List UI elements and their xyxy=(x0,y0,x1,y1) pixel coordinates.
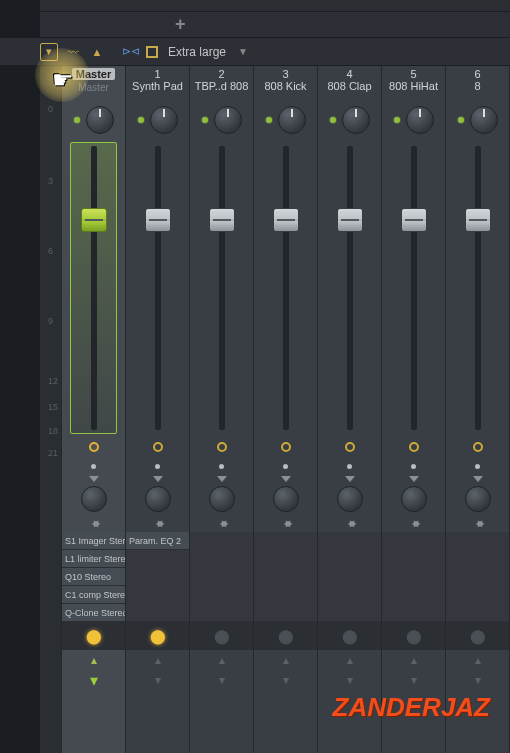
send-indicator-icon[interactable]: ⬤ xyxy=(342,628,358,644)
stereo-knob[interactable] xyxy=(145,486,171,512)
fx-enable-dot[interactable] xyxy=(475,464,480,469)
channel-808-clap[interactable]: 4808 Clap◂▸⬤▴▾ xyxy=(318,66,382,753)
channel-name[interactable]: 808 HiHat xyxy=(382,80,445,92)
send-indicator-icon[interactable]: ⬤ xyxy=(406,628,422,644)
channel-active-led[interactable] xyxy=(394,117,400,123)
fader-track[interactable] xyxy=(91,146,97,430)
route-up-icon[interactable]: ▴ xyxy=(283,653,289,667)
dock-icon[interactable]: ◂▸ xyxy=(284,516,288,530)
route-up-icon[interactable]: ▴ xyxy=(91,653,97,667)
solo-mute-button[interactable] xyxy=(153,442,163,452)
stereo-sep-icon[interactable] xyxy=(89,476,99,482)
stereo-knob[interactable] xyxy=(401,486,427,512)
fader-track[interactable] xyxy=(347,146,353,430)
dock-icon[interactable]: ◂▸ xyxy=(220,516,224,530)
dock-icon[interactable]: ◂▸ xyxy=(412,516,416,530)
solo-mute-button[interactable] xyxy=(217,442,227,452)
route-up-icon[interactable]: ▴ xyxy=(219,653,225,667)
stereo-sep-icon[interactable] xyxy=(281,476,291,482)
link-icon-button[interactable]: ⊳⊲ xyxy=(122,43,140,61)
fader-handle[interactable] xyxy=(401,208,427,232)
dock-icon[interactable]: ◂▸ xyxy=(156,516,160,530)
fx-slot[interactable]: L1 limiter Stereo xyxy=(62,550,125,568)
stereo-sep-icon[interactable] xyxy=(153,476,163,482)
route-up-icon[interactable]: ▴ xyxy=(411,653,417,667)
fader-handle[interactable] xyxy=(337,208,363,232)
channel-active-led[interactable] xyxy=(266,117,272,123)
fader-track[interactable] xyxy=(219,146,225,430)
solo-mute-button[interactable] xyxy=(89,442,99,452)
route-down-icon[interactable]: ▾ xyxy=(347,673,353,687)
channel-active-led[interactable] xyxy=(330,117,336,123)
fx-slot-empty[interactable] xyxy=(446,532,509,622)
route-down-icon[interactable]: ▾ xyxy=(90,671,98,690)
channel-name[interactable]: 808 Kick xyxy=(254,80,317,92)
route-down-icon[interactable]: ▾ xyxy=(475,673,481,687)
channel-808-hihat[interactable]: 5808 HiHat◂▸⬤▴▾ xyxy=(382,66,446,753)
fader-handle[interactable] xyxy=(145,208,171,232)
channel-synth-pad[interactable]: 1Synth Pad◂▸Param. EQ 2⬤▴▾ xyxy=(126,66,190,753)
channel-808-kick[interactable]: 3808 Kick◂▸⬤▴▾ xyxy=(254,66,318,753)
stereo-knob[interactable] xyxy=(465,486,491,512)
pan-knob[interactable] xyxy=(470,106,498,134)
view-mode-button[interactable] xyxy=(146,46,158,58)
pan-knob[interactable] xyxy=(406,106,434,134)
route-up-icon[interactable]: ▴ xyxy=(475,653,481,667)
up-icon-button[interactable]: ▲ xyxy=(88,43,106,61)
stereo-knob[interactable] xyxy=(209,486,235,512)
stereo-sep-icon[interactable] xyxy=(217,476,227,482)
fader-handle[interactable] xyxy=(81,208,107,232)
fader-handle[interactable] xyxy=(465,208,491,232)
send-indicator-icon[interactable]: ⬤ xyxy=(86,628,102,644)
send-indicator-icon[interactable]: ⬤ xyxy=(278,628,294,644)
fx-slot-empty[interactable] xyxy=(126,550,189,622)
route-down-icon[interactable]: ▾ xyxy=(283,673,289,687)
route-down-icon[interactable]: ▾ xyxy=(155,673,161,687)
fx-slot-empty[interactable] xyxy=(382,532,445,622)
channel-active-led[interactable] xyxy=(458,117,464,123)
fader-track[interactable] xyxy=(283,146,289,430)
fader-track[interactable] xyxy=(411,146,417,430)
fx-slot[interactable]: C1 comp Stereo xyxy=(62,586,125,604)
solo-mute-button[interactable] xyxy=(281,442,291,452)
fader-track[interactable] xyxy=(155,146,161,430)
fx-enable-dot[interactable] xyxy=(283,464,288,469)
fx-enable-dot[interactable] xyxy=(347,464,352,469)
fader-handle[interactable] xyxy=(273,208,299,232)
fader-handle[interactable] xyxy=(209,208,235,232)
stereo-knob[interactable] xyxy=(273,486,299,512)
stereo-knob[interactable] xyxy=(81,486,107,512)
fx-slot-empty[interactable] xyxy=(190,532,253,622)
send-indicator-icon[interactable]: ⬤ xyxy=(214,628,230,644)
channel-8[interactable]: 68◂▸⬤▴▾ xyxy=(446,66,510,753)
dock-icon[interactable]: ◂▸ xyxy=(348,516,352,530)
dock-icon[interactable]: ◂▸ xyxy=(92,516,96,530)
fx-slot-empty[interactable] xyxy=(318,532,381,622)
fx-enable-dot[interactable] xyxy=(91,464,96,469)
route-down-icon[interactable]: ▾ xyxy=(411,673,417,687)
fader-track[interactable] xyxy=(475,146,481,430)
fx-enable-dot[interactable] xyxy=(219,464,224,469)
pan-knob[interactable] xyxy=(86,106,114,134)
channel-active-led[interactable] xyxy=(74,117,80,123)
channel-name[interactable]: Synth Pad xyxy=(126,80,189,92)
channel-master[interactable]: MasterMaster◂▸S1 Imager StereoL1 limiter… xyxy=(62,66,126,753)
send-indicator-icon[interactable]: ⬤ xyxy=(470,628,486,644)
fx-slot[interactable]: S1 Imager Stereo xyxy=(62,532,125,550)
fx-slot[interactable]: Param. EQ 2 xyxy=(126,532,189,550)
send-indicator-icon[interactable]: ⬤ xyxy=(150,628,166,644)
stereo-sep-icon[interactable] xyxy=(409,476,419,482)
stereo-sep-icon[interactable] xyxy=(473,476,483,482)
channel-name[interactable]: 808 Clap xyxy=(318,80,381,92)
pan-knob[interactable] xyxy=(342,106,370,134)
solo-mute-button[interactable] xyxy=(409,442,419,452)
channel-active-led[interactable] xyxy=(138,117,144,123)
layout-size-dropdown[interactable]: ▼ xyxy=(238,46,248,57)
channel-tbp-d-808[interactable]: 2TBP..d 808◂▸⬤▴▾ xyxy=(190,66,254,753)
route-up-icon[interactable]: ▴ xyxy=(155,653,161,667)
fx-enable-dot[interactable] xyxy=(411,464,416,469)
route-up-icon[interactable]: ▴ xyxy=(347,653,353,667)
pan-knob[interactable] xyxy=(150,106,178,134)
pan-knob[interactable] xyxy=(214,106,242,134)
fx-slot[interactable]: Q-Clone Stereo xyxy=(62,604,125,622)
